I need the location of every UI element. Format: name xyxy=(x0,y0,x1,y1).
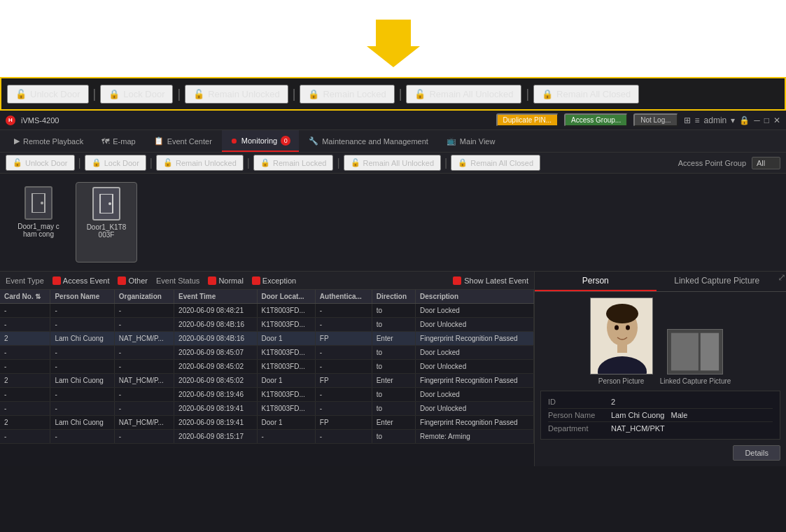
exception-checkbox[interactable] xyxy=(252,276,260,285)
person-picture xyxy=(590,298,653,374)
table-row[interactable]: ---2020-06-09 08:19:46K1T8003FD...-toDoo… xyxy=(0,388,534,402)
expand-icon[interactable]: ⤢ xyxy=(778,272,786,291)
title-icons: ⊞ ≡ admin ▾ 🔒 ─ □ ✕ xyxy=(684,115,780,125)
separator-1: | xyxy=(93,87,97,102)
duplicate-pin-button[interactable]: Duplicate PIN... xyxy=(496,113,559,127)
svg-rect-14 xyxy=(668,330,722,374)
sub-remain-all-closed-icon: 🔒 xyxy=(458,158,468,167)
table-row[interactable]: ---2020-06-09 08:19:41K1T8003FD...-toDoo… xyxy=(0,402,534,416)
show-latest-checkbox[interactable] xyxy=(453,276,461,285)
tab-e-map[interactable]: 🗺 E-map xyxy=(93,130,143,152)
maximize-icon[interactable]: □ xyxy=(764,115,769,125)
filter-other[interactable]: Other xyxy=(118,276,148,285)
title-bar-right: Duplicate PIN... Access Group... Not Log… xyxy=(496,113,780,127)
tab-maintenance[interactable]: 🔧 Maintenance and Management xyxy=(300,130,437,152)
col-org: Organization xyxy=(114,290,174,304)
door-label-2: Door1_K1T8 003F xyxy=(82,223,131,239)
svg-point-3 xyxy=(108,202,111,205)
login-button[interactable]: Not Log... xyxy=(633,113,678,127)
col-dir: Direction xyxy=(372,290,415,304)
table-row[interactable]: 2Lam Chi CuongNAT_HCM/P...2020-06-09 08:… xyxy=(0,374,534,388)
sub-sep-3: | xyxy=(247,157,250,169)
id-value: 2 xyxy=(611,398,615,406)
sub-lock-door-button[interactable]: 🔒 Lock Door xyxy=(85,155,146,171)
app-section: H iVMS-4200 Duplicate PIN... Access Grou… xyxy=(0,111,786,532)
table-row[interactable]: 2Lam Chi CuongNAT_HCM/P...2020-06-09 08:… xyxy=(0,332,534,346)
lock-door-button[interactable]: 🔒 Lock Door xyxy=(100,85,173,104)
tab-monitoring[interactable]: ⏺ Monitoring 0 xyxy=(222,130,299,152)
info-row-name: Person Name Lam Chi Cuong Male xyxy=(548,409,773,422)
minimize-icon[interactable]: ─ xyxy=(754,115,760,125)
remain-locked-button[interactable]: 🔒 Remain Locked xyxy=(300,85,394,104)
access-point-group-select[interactable]: All xyxy=(752,157,780,169)
other-checkbox[interactable] xyxy=(118,276,126,285)
tab-main-view[interactable]: 📺 Main View xyxy=(438,130,504,152)
tab-remote-playback[interactable]: ▶ Remote Playback xyxy=(6,130,92,152)
filter-access-event[interactable]: Access Event xyxy=(52,276,110,285)
col-desc: Description xyxy=(416,290,534,304)
door-icon-1 xyxy=(24,186,52,220)
rp-tab-linked[interactable]: Linked Capture Picture xyxy=(657,272,778,291)
right-panel: Person Linked Capture Picture ⤢ xyxy=(534,272,786,466)
linked-capture-label: Linked Capture Picture xyxy=(660,377,731,385)
door-item-1[interactable]: Door1_may c ham cong xyxy=(8,182,69,262)
sub-sep-2: | xyxy=(150,157,153,169)
filter-right: Show Latest Event xyxy=(453,276,528,285)
rp-tab-person[interactable]: Person xyxy=(535,272,657,291)
dept-value: NAT_HCM/PKT xyxy=(611,424,665,433)
table-row[interactable]: 2Lam Chi CuongNAT_HCM/P...2020-06-09 08:… xyxy=(0,416,534,430)
sort-card-icon[interactable]: ⇅ xyxy=(35,293,41,300)
info-row-id: ID 2 xyxy=(548,396,773,409)
normal-checkbox[interactable] xyxy=(208,276,216,285)
rp-content: Person Picture Linked Capture xyxy=(535,292,786,466)
event-table: Card No. ⇅ Person Name Organization Even… xyxy=(0,290,534,466)
table-row[interactable]: ---2020-06-09 08:15:17--toRemote: Arming xyxy=(0,430,534,444)
filter-normal[interactable]: Normal xyxy=(208,276,243,285)
name-value: Lam Chi Cuong Male xyxy=(611,411,687,419)
monitoring-badge: 0 xyxy=(281,136,290,146)
person-picture-label: Person Picture xyxy=(598,377,645,385)
close-icon[interactable]: ✕ xyxy=(773,115,780,125)
details-button[interactable]: Details xyxy=(733,445,780,461)
access-group-button[interactable]: Access Group... xyxy=(564,113,628,127)
info-row-dept: Department NAT_HCM/PKT xyxy=(548,422,773,435)
sub-unlock-door-button[interactable]: 🔓 Unlock Door xyxy=(6,155,75,171)
dept-key: Department xyxy=(548,424,611,433)
table-row[interactable]: ---2020-06-09 08:45:07K1T8003FD...-toDoo… xyxy=(0,346,534,360)
sub-remain-all-unlocked-button[interactable]: 🔓 Remain All Unlocked xyxy=(344,155,442,171)
remain-all-unlocked-button[interactable]: 🔓 Remain All Unlocked xyxy=(406,85,521,104)
person-photos: Person Picture Linked Capture xyxy=(540,298,780,385)
svg-rect-8 xyxy=(617,342,627,353)
table-row[interactable]: ---2020-06-09 08:4B:16K1T8003FD...-toDoo… xyxy=(0,318,534,332)
remain-unlocked-button[interactable]: 🔓 Remain Unlocked xyxy=(185,85,288,104)
person-photo-box: Person Picture xyxy=(590,298,653,385)
door-item-2[interactable]: Door1_K1T8 003F xyxy=(76,182,137,262)
remain-all-closed-button[interactable]: 🔒 Remain All Closed xyxy=(533,85,639,104)
lock-door-icon: 🔒 xyxy=(108,89,120,99)
sub-unlock-icon: 🔓 xyxy=(13,158,22,167)
remain-all-unlocked-icon: 🔓 xyxy=(414,89,426,99)
unlock-door-button[interactable]: 🔓 Unlock Door xyxy=(7,85,89,104)
sub-remain-all-closed-button[interactable]: 🔒 Remain All Closed xyxy=(451,155,540,171)
maintenance-icon: 🔧 xyxy=(309,136,318,146)
lock-icon[interactable]: 🔒 xyxy=(739,115,750,125)
table-row[interactable]: ---2020-06-09 08:48:21K1T8003FD...-toDoo… xyxy=(0,304,534,318)
app-logo: H xyxy=(6,115,15,125)
chevron-down-icon[interactable]: ▾ xyxy=(731,115,735,125)
id-key: ID xyxy=(548,398,611,406)
sub-toolbar: 🔓 Unlock Door | 🔒 Lock Door | 🔓 Remain U… xyxy=(0,153,786,174)
tab-event-center[interactable]: 📋 Event Center xyxy=(146,130,220,152)
sub-sep-4: | xyxy=(337,157,339,169)
remain-all-closed-icon: 🔒 xyxy=(542,89,553,99)
col-card: Card No. ⇅ xyxy=(0,290,50,304)
svg-point-10 xyxy=(626,326,630,330)
right-panel-tabs: Person Linked Capture Picture ⤢ xyxy=(535,272,786,292)
access-event-checkbox[interactable] xyxy=(52,276,61,285)
separator-5: | xyxy=(526,87,529,102)
table-row[interactable]: ---2020-06-09 08:45:02K1T8003FD...-toDoo… xyxy=(0,360,534,374)
door-grid: Door1_may c ham cong Door1_K1T8 003F xyxy=(0,174,786,272)
sub-remain-locked-button[interactable]: 🔒 Remain Locked xyxy=(253,155,333,171)
filter-exception[interactable]: Exception xyxy=(252,276,296,285)
sub-remain-unlocked-button[interactable]: 🔓 Remain Unlocked xyxy=(156,155,244,171)
col-time: Event Time xyxy=(174,290,257,304)
